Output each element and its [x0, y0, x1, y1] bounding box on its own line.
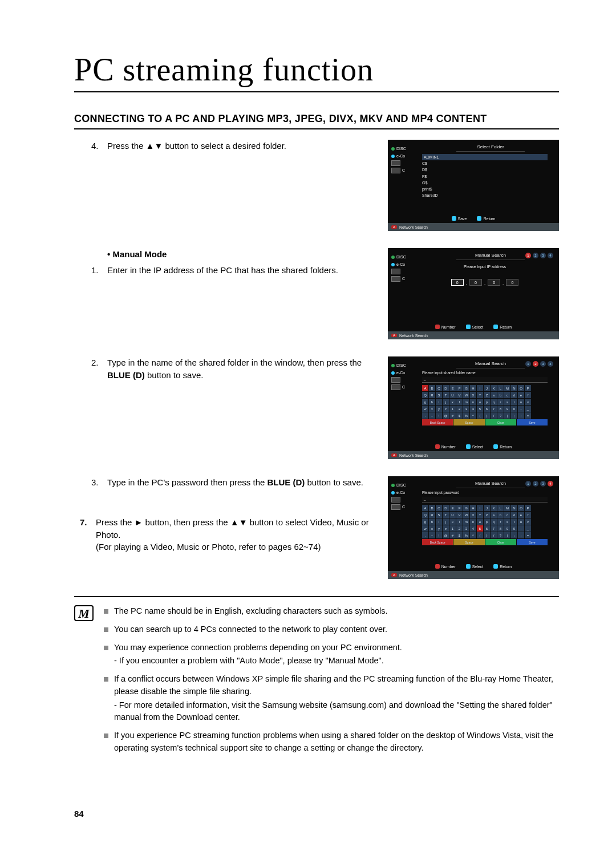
- screenshot-folder-name: 1 2 3 4 DISC e-Co C Manual Search Please…: [388, 356, 559, 459]
- folder-list: ADMIN1 C$ D$ F$ G$ print$ SharedD: [422, 154, 548, 198]
- note-item: You may experience connection problems d…: [104, 642, 559, 668]
- note-item: The PC name should be in English, exclud…: [104, 605, 559, 618]
- step-text: Type in the PC's password then press the…: [107, 476, 376, 489]
- note-item: If you experience PC streaming function …: [104, 730, 559, 755]
- note-item: You can search up to 4 PCs connected to …: [104, 623, 559, 636]
- step-text: Press the ▲▼ button to select a desired …: [107, 140, 376, 152]
- notes-list: The PC name should be in English, exclud…: [104, 605, 559, 760]
- notes-block: M The PC name should be in English, excl…: [74, 596, 559, 760]
- note-icon: M: [74, 605, 94, 621]
- step-number: 7.: [80, 516, 96, 553]
- screenshot-select-folder: DISC e-Co C Select Folder ADMIN1 C$ D$ F…: [388, 140, 559, 231]
- step-number: 3.: [91, 476, 107, 489]
- step-text: Press the ► button, then press the ▲▼ bu…: [96, 516, 376, 553]
- manual-step-3: 3. Type in the PC's password then press …: [74, 476, 376, 489]
- section-heading: CONNECTING TO A PC AND PLAYING MP3, JPEG…: [74, 113, 559, 129]
- page-title: PC streaming function: [74, 51, 559, 92]
- step-number: 1.: [91, 264, 107, 277]
- step-7: 7. Press the ► button, then press the ▲▼…: [74, 516, 376, 553]
- screenshot-ip-input: 1 2 3 4 DISC e-Co C Manual Search Please…: [388, 248, 559, 339]
- manual-mode-label: • Manual Mode: [74, 248, 376, 261]
- manual-step-2: 2. Type in the name of the shared folder…: [74, 356, 376, 382]
- step-text: Enter in the IP address of the PC that h…: [107, 264, 376, 277]
- step-number: 4.: [91, 140, 107, 152]
- note-item: If a conflict occurs between Windows XP …: [104, 673, 559, 724]
- shot-title: Select Folder: [456, 144, 525, 152]
- step-4: 4. Press the ▲▼ button to select a desir…: [74, 140, 376, 152]
- manual-step-1: 1. Enter in the IP address of the PC tha…: [74, 264, 376, 277]
- screenshot-password: 1 2 3 4 DISC e-Co C Manual Search Please…: [388, 476, 559, 579]
- shot-sidebar: DISC e-Co C: [391, 145, 420, 175]
- page-number: 84: [74, 809, 84, 818]
- step-text: Type in the name of the shared folder in…: [107, 356, 376, 382]
- step-number: 2.: [91, 356, 107, 382]
